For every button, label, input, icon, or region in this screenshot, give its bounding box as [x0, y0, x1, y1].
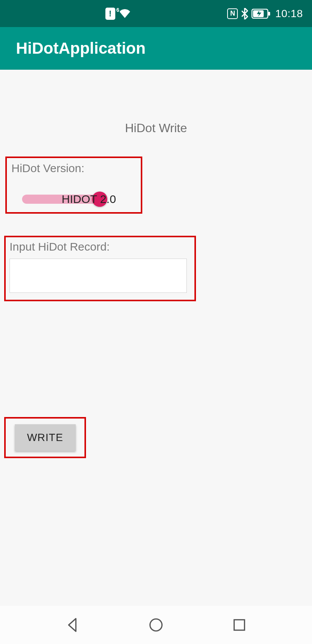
version-switch-row: HIDOT 2.0 — [22, 192, 116, 207]
nav-home-button[interactable] — [145, 614, 167, 636]
sim-alert-icon: ! — [105, 8, 115, 20]
nav-back-button[interactable] — [62, 614, 83, 636]
record-input[interactable] — [10, 259, 187, 293]
battery-charging-icon — [252, 9, 271, 19]
status-right-group: N 10:18 — [227, 8, 303, 20]
version-label: HiDot Version: — [11, 162, 136, 175]
bluetooth-icon — [241, 8, 248, 19]
status-clock: 10:18 — [275, 8, 303, 20]
svg-rect-4 — [234, 620, 244, 630]
wifi-band-badge: 6 — [116, 7, 120, 13]
status-left-group: ! 6 — [9, 8, 227, 20]
nav-recent-button[interactable] — [229, 614, 250, 636]
version-switch-label: HIDOT 2.0 — [62, 193, 116, 206]
record-label: Input HiDot Record: — [10, 240, 191, 253]
record-section-highlight: Input HiDot Record: — [4, 236, 196, 301]
version-section-highlight: HiDot Version: HIDOT 2.0 — [5, 157, 142, 214]
wifi-icon: 6 — [118, 8, 131, 19]
svg-rect-1 — [268, 12, 270, 16]
content-area: HiDot Write HiDot Version: HIDOT 2.0 Inp… — [0, 70, 312, 606]
app-bar: HiDotApplication — [0, 27, 312, 70]
status-bar: ! 6 N 10:18 — [0, 0, 312, 27]
svg-point-3 — [150, 619, 162, 631]
write-section-highlight: WRITE — [4, 417, 86, 458]
nfc-icon: N — [227, 8, 238, 19]
write-button[interactable]: WRITE — [15, 424, 76, 451]
app-title: HiDotApplication — [16, 39, 146, 58]
system-nav-bar — [0, 606, 312, 644]
page-heading: HiDot Write — [0, 121, 312, 135]
